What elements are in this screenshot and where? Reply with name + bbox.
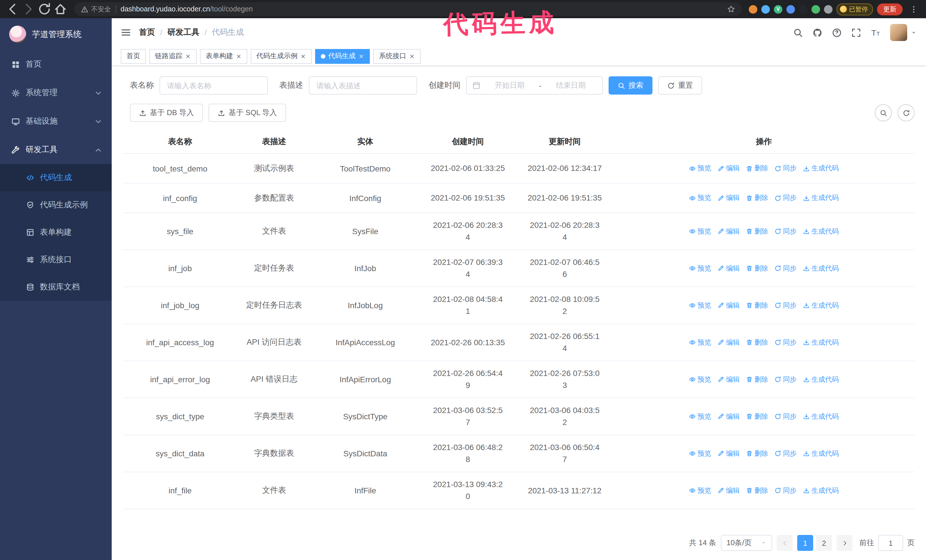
action-edit[interactable]: 编辑: [717, 486, 740, 495]
sidebar-item-form-builder[interactable]: 表单构建: [0, 219, 112, 246]
action-preview[interactable]: 预览: [689, 486, 711, 495]
action-sync[interactable]: 同步: [775, 486, 797, 495]
sidebar-item-codegen[interactable]: 代码生成: [0, 164, 112, 192]
extension-icon[interactable]: [787, 5, 795, 14]
page-size-select[interactable]: 10条/页: [721, 535, 772, 551]
action-preview[interactable]: 预览: [689, 412, 711, 421]
next-page-button[interactable]: [837, 535, 852, 551]
extension-icon[interactable]: V: [774, 5, 782, 14]
sidebar-item-codegen-example[interactable]: 代码生成示例: [0, 192, 112, 219]
sidebar-item-system[interactable]: 系统管理: [0, 78, 112, 107]
action-generate[interactable]: 生成代码: [803, 338, 839, 347]
goto-page-input[interactable]: [878, 535, 903, 551]
action-sync[interactable]: 同步: [775, 264, 797, 273]
sidebar-item-devtools[interactable]: 研发工具: [0, 136, 112, 164]
tab-codegen[interactable]: 代码生成: [315, 49, 370, 63]
action-preview[interactable]: 预览: [689, 374, 711, 384]
action-sync[interactable]: 同步: [775, 163, 797, 173]
action-sync[interactable]: 同步: [775, 226, 797, 236]
table-desc-input[interactable]: [309, 76, 417, 95]
action-preview[interactable]: 预览: [689, 264, 711, 273]
sidebar-item-home[interactable]: 首页: [0, 50, 112, 78]
action-generate[interactable]: 生成代码: [803, 193, 839, 203]
search-icon[interactable]: [793, 28, 803, 37]
sidebar-toggle-icon[interactable]: [121, 27, 131, 38]
action-preview[interactable]: 预览: [689, 338, 711, 347]
reload-icon[interactable]: [38, 2, 51, 16]
tab-trace[interactable]: 链路追踪: [149, 49, 197, 63]
extension-icon[interactable]: [799, 5, 808, 14]
refresh-table-button[interactable]: [897, 104, 915, 121]
action-edit[interactable]: 编辑: [717, 300, 740, 310]
chrome-menu-icon[interactable]: [906, 2, 920, 16]
bookmark-star-icon[interactable]: [727, 5, 735, 13]
action-edit[interactable]: 编辑: [717, 163, 740, 173]
action-edit[interactable]: 编辑: [717, 193, 740, 203]
create-time-range-picker[interactable]: 开始日期 - 结束日期: [466, 76, 603, 95]
extension-icon[interactable]: [824, 5, 832, 14]
action-generate[interactable]: 生成代码: [803, 264, 839, 273]
import-db-button[interactable]: 基于 DB 导入: [130, 104, 203, 122]
action-delete[interactable]: 删除: [746, 193, 768, 203]
tab-form-builder[interactable]: 表单构建: [200, 49, 247, 63]
action-preview[interactable]: 预览: [689, 226, 711, 236]
action-delete[interactable]: 删除: [746, 486, 768, 495]
action-sync[interactable]: 同步: [775, 448, 797, 458]
search-button[interactable]: 搜索: [608, 76, 652, 95]
action-preview[interactable]: 预览: [689, 448, 711, 458]
close-icon[interactable]: [185, 53, 191, 59]
paused-badge[interactable]: 已暂停: [837, 3, 873, 15]
extension-icon[interactable]: [811, 5, 820, 14]
extension-icon[interactable]: [749, 5, 757, 14]
action-delete[interactable]: 删除: [746, 412, 768, 421]
action-delete[interactable]: 删除: [746, 226, 768, 236]
breadcrumb-item[interactable]: 研发工具: [168, 27, 200, 38]
back-icon[interactable]: [6, 2, 20, 16]
action-generate[interactable]: 生成代码: [803, 226, 839, 236]
forward-icon[interactable]: [22, 2, 35, 16]
prev-page-button[interactable]: [777, 535, 793, 551]
action-generate[interactable]: 生成代码: [803, 486, 839, 495]
font-size-icon[interactable]: TT: [871, 28, 881, 37]
close-icon[interactable]: [359, 53, 364, 59]
import-sql-button[interactable]: 基于 SQL 导入: [209, 104, 286, 122]
action-preview[interactable]: 预览: [689, 163, 711, 173]
reset-button[interactable]: 重置: [658, 76, 702, 95]
action-sync[interactable]: 同步: [775, 300, 797, 310]
action-preview[interactable]: 预览: [689, 193, 711, 203]
action-edit[interactable]: 编辑: [717, 226, 740, 236]
extension-icon[interactable]: [761, 5, 770, 14]
action-generate[interactable]: 生成代码: [803, 374, 839, 384]
action-sync[interactable]: 同步: [775, 412, 797, 421]
action-edit[interactable]: 编辑: [717, 448, 740, 458]
security-status[interactable]: 不安全: [81, 5, 111, 14]
action-delete[interactable]: 删除: [746, 163, 768, 173]
help-icon[interactable]: [832, 28, 842, 37]
action-delete[interactable]: 删除: [746, 338, 768, 347]
toggle-search-button[interactable]: [875, 104, 892, 121]
address-bar[interactable]: 不安全 dashboard.yudao.iocoder.cn/tool/code…: [74, 2, 742, 16]
action-generate[interactable]: 生成代码: [803, 163, 839, 173]
close-icon[interactable]: [409, 53, 415, 59]
page-button-2[interactable]: 2: [816, 535, 832, 551]
action-edit[interactable]: 编辑: [717, 412, 740, 421]
action-delete[interactable]: 删除: [746, 448, 768, 458]
action-sync[interactable]: 同步: [775, 338, 797, 347]
breadcrumb-item[interactable]: 首页: [139, 27, 155, 38]
action-edit[interactable]: 编辑: [717, 374, 740, 384]
action-delete[interactable]: 删除: [746, 264, 768, 273]
github-icon[interactable]: [813, 28, 822, 37]
home-icon[interactable]: [54, 2, 67, 16]
tab-home[interactable]: 首页: [121, 49, 146, 63]
action-generate[interactable]: 生成代码: [803, 412, 839, 421]
action-generate[interactable]: 生成代码: [803, 300, 839, 310]
table-name-input[interactable]: [160, 76, 268, 95]
action-delete[interactable]: 删除: [746, 374, 768, 384]
action-edit[interactable]: 编辑: [717, 264, 740, 273]
tab-system-api[interactable]: 系统接口: [373, 49, 421, 63]
action-sync[interactable]: 同步: [775, 374, 797, 384]
close-icon[interactable]: [300, 53, 306, 59]
action-generate[interactable]: 生成代码: [803, 448, 839, 458]
action-edit[interactable]: 编辑: [717, 338, 740, 347]
sidebar-item-db-doc[interactable]: 数据库文档: [0, 273, 112, 301]
